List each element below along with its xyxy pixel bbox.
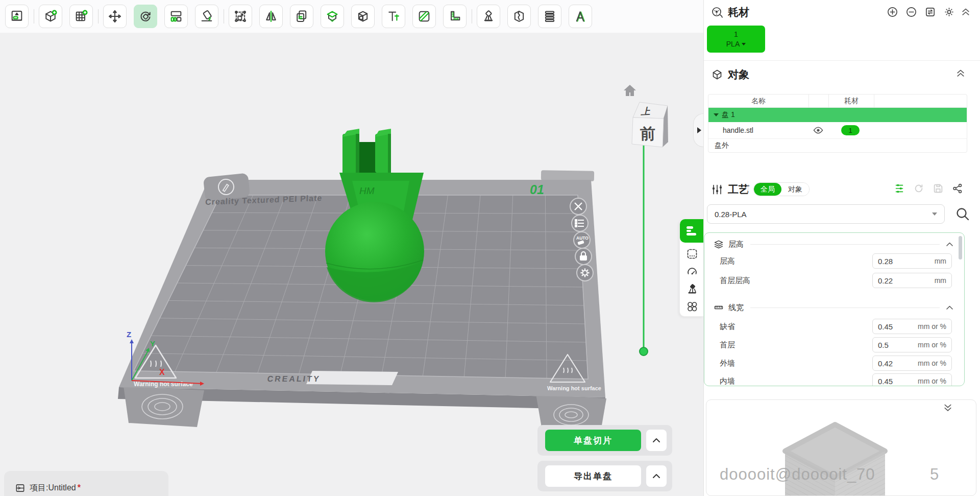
z-axis-label: Z bbox=[127, 330, 131, 339]
slice-button-group: 单盘切片 bbox=[537, 425, 672, 456]
slice-options-button[interactable] bbox=[646, 430, 667, 451]
share-preset-button[interactable] bbox=[952, 183, 963, 194]
speed-tab-icon bbox=[686, 266, 698, 278]
chevron-down-icon bbox=[932, 212, 937, 216]
off-plate-row[interactable]: 盘外 bbox=[708, 139, 967, 152]
visibility-eye-icon[interactable] bbox=[813, 127, 823, 134]
view-cube[interactable]: 上 前 bbox=[629, 99, 673, 150]
watermark-tail: 5 bbox=[930, 465, 939, 484]
line-width-section-header: 线宽 bbox=[714, 301, 953, 314]
plate-lock-button[interactable] bbox=[575, 248, 592, 265]
reset-parameters-button[interactable] bbox=[913, 183, 924, 194]
layer-height-icon bbox=[714, 239, 724, 249]
param-unit: mm or % bbox=[918, 359, 946, 367]
filament-slot-chip[interactable]: 1 PLA bbox=[707, 26, 765, 53]
param-value: 0.45 bbox=[878, 377, 893, 386]
chevron-up-icon bbox=[652, 438, 660, 443]
preset-dropdown[interactable]: 0.28-PLA bbox=[707, 204, 945, 224]
layer-height-input[interactable]: 0.28 mm bbox=[872, 253, 952, 269]
expand-right-icon bbox=[697, 127, 701, 133]
param-value: 0.22 bbox=[878, 276, 893, 285]
filament-spool-icon bbox=[711, 6, 723, 18]
plate-tab-icon bbox=[686, 248, 698, 260]
plate-number: 01 bbox=[530, 182, 544, 197]
filament-settings-button[interactable] bbox=[943, 6, 955, 18]
process-title: 工艺 bbox=[728, 182, 749, 197]
section-divider bbox=[704, 60, 980, 61]
first-layer-height-input[interactable]: 0.22 mm bbox=[872, 273, 952, 288]
setting-tab-others[interactable] bbox=[680, 298, 704, 315]
param-row: 缺省 0.45 mm or % bbox=[720, 319, 952, 334]
view-cube-front-label: 前 bbox=[640, 125, 656, 143]
plate-row-label: 盘 1 bbox=[722, 110, 735, 120]
collapse-filament-icon[interactable] bbox=[962, 8, 969, 16]
home-view-button[interactable] bbox=[623, 84, 637, 97]
process-sliders-icon bbox=[711, 183, 723, 196]
unsaved-marker: * bbox=[78, 483, 81, 492]
height-range-slider bbox=[640, 128, 648, 356]
watermark-text: dooooit@dooooit_70 bbox=[720, 465, 875, 484]
plate-list-button[interactable] bbox=[572, 215, 588, 231]
project-label: 项目:Untitled bbox=[30, 483, 76, 492]
plate-close-button[interactable] bbox=[570, 198, 586, 215]
export-options-button[interactable] bbox=[646, 465, 667, 487]
viewport-3d[interactable]: Creality Textured PEI Plate 01 CREALITY … bbox=[0, 33, 703, 496]
param-label: 层高 bbox=[720, 256, 735, 266]
preset-value: 0.28-PLA bbox=[715, 210, 747, 219]
column-visibility bbox=[809, 95, 829, 107]
process-section-header: 工艺 bbox=[711, 182, 749, 197]
outer-wall-line-width-input[interactable]: 0.42 mm or % bbox=[872, 356, 952, 371]
slider-bottom-handle[interactable] bbox=[640, 347, 648, 356]
search-parameters-button[interactable] bbox=[955, 206, 970, 222]
home-icon bbox=[624, 85, 636, 96]
layer-section-title: 层高 bbox=[728, 240, 744, 249]
preview-card: dooooit@dooooit_70 5 bbox=[706, 399, 976, 496]
collapse-objects-icon[interactable] bbox=[957, 69, 964, 78]
add-filament-button[interactable] bbox=[887, 6, 898, 18]
creality-print-window: Creality Textured PEI Plate 01 CREALITY … bbox=[0, 0, 980, 496]
scope-global-tab[interactable]: 全局 bbox=[754, 183, 781, 196]
save-preset-button[interactable] bbox=[933, 183, 944, 194]
inner-wall-line-width-input[interactable]: 0.45 mm or % bbox=[872, 373, 952, 386]
chevron-up-icon bbox=[652, 474, 660, 479]
plate-auto-arrange-button[interactable]: AUTO bbox=[574, 232, 590, 248]
parameter-filter-button[interactable] bbox=[894, 183, 905, 194]
model-embossed-text: HM bbox=[359, 185, 375, 196]
scrollbar-thumb[interactable] bbox=[959, 236, 962, 259]
object-filament-badge[interactable]: 1 bbox=[841, 125, 860, 135]
object-name: handle.stl bbox=[708, 126, 808, 134]
first-layer-line-width-input[interactable]: 0.5 mm or % bbox=[872, 337, 952, 352]
column-name: 名称 bbox=[708, 95, 809, 107]
line-width-section-title: 线宽 bbox=[728, 303, 744, 313]
param-row: 内墙 0.45 mm or % bbox=[720, 373, 952, 386]
setting-tab-quality[interactable] bbox=[680, 219, 704, 243]
param-row: 层高 0.28 mm bbox=[720, 253, 952, 269]
setting-tab-support[interactable] bbox=[680, 280, 704, 298]
slice-plate-button[interactable]: 单盘切片 bbox=[545, 430, 641, 451]
sync-filament-button[interactable] bbox=[924, 6, 936, 18]
scope-object-tab[interactable]: 对象 bbox=[781, 183, 809, 196]
cube-icon bbox=[711, 68, 723, 81]
plate-row[interactable]: 盘 1 bbox=[708, 108, 967, 122]
objects-table: 名称 耗材 盘 1 handle.stl 1 盘外 bbox=[708, 94, 967, 153]
expand-caret-icon[interactable] bbox=[714, 113, 719, 116]
process-scope-toggle: 全局 对象 bbox=[753, 182, 810, 196]
param-row: 外墙 0.42 mm or % bbox=[720, 356, 952, 371]
default-line-width-input[interactable]: 0.45 mm or % bbox=[872, 319, 952, 334]
column-filament: 耗材 bbox=[829, 95, 874, 107]
export-plate-button[interactable]: 导出单盘 bbox=[545, 465, 641, 487]
remove-filament-button[interactable] bbox=[905, 6, 917, 18]
export-button-group: 导出单盘 bbox=[537, 461, 672, 491]
auto-label: AUTO bbox=[576, 235, 589, 241]
expand-preview-icon[interactable] bbox=[944, 404, 951, 412]
svg-text:CREALITY: CREALITY bbox=[267, 374, 321, 383]
plate-settings-button[interactable] bbox=[577, 265, 593, 281]
filament-section-header: 耗材 bbox=[711, 5, 749, 19]
collapse-section-icon[interactable] bbox=[946, 242, 953, 246]
setting-tab-speed[interactable] bbox=[680, 263, 704, 280]
process-header-actions bbox=[894, 183, 963, 194]
panel-collapse-handle[interactable] bbox=[693, 113, 703, 147]
setting-tab-plate[interactable] bbox=[680, 245, 704, 263]
object-row[interactable]: handle.stl 1 bbox=[708, 122, 967, 139]
collapse-section-icon[interactable] bbox=[946, 305, 953, 310]
